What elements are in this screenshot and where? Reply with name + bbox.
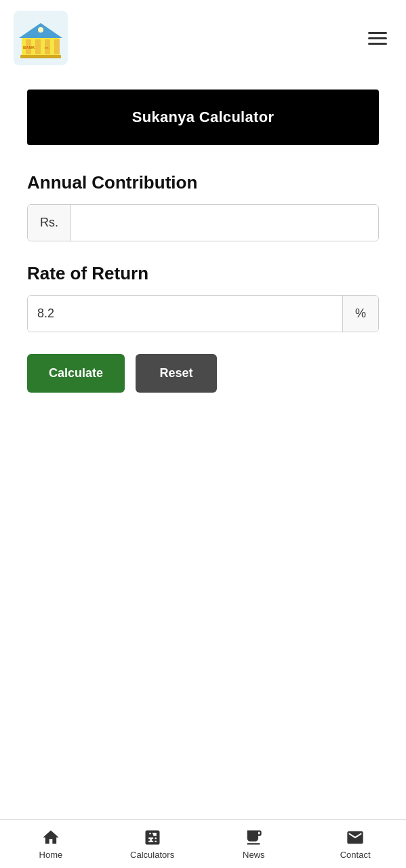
rate-of-return-input[interactable] xyxy=(28,296,342,332)
bottom-nav: Home Calculators News Contact xyxy=(0,819,406,868)
calculate-button[interactable]: Calculate xyxy=(27,354,125,393)
logo-container: BANK en xyxy=(14,11,68,65)
nav-item-home[interactable]: Home xyxy=(0,820,102,868)
percent-suffix: % xyxy=(342,296,378,332)
nav-item-contact[interactable]: Contact xyxy=(304,820,406,868)
nav-item-calculators[interactable]: Calculators xyxy=(102,820,203,868)
annual-contribution-label: Annual Contribution xyxy=(27,172,379,193)
annual-contribution-input-group: Rs. xyxy=(27,204,379,241)
svg-text:BANK: BANK xyxy=(23,45,35,50)
main-content: Annual Contribution Rs. Rate of Return %… xyxy=(0,159,406,406)
nav-item-news[interactable]: News xyxy=(203,820,305,868)
currency-prefix: Rs. xyxy=(28,205,71,241)
nav-news-label: News xyxy=(243,850,265,860)
svg-rect-4 xyxy=(35,39,41,54)
rate-of-return-section: Rate of Return % xyxy=(27,263,379,332)
header: BANK en xyxy=(0,0,406,76)
hamburger-line-1 xyxy=(368,32,387,34)
reset-button[interactable]: Reset xyxy=(136,354,217,393)
news-icon xyxy=(244,828,263,847)
annual-contribution-input[interactable] xyxy=(71,205,378,241)
svg-text:en: en xyxy=(45,45,49,50)
banner-title: Sukanya Calculator xyxy=(41,108,365,126)
button-row: Calculate Reset xyxy=(27,354,379,393)
rate-of-return-input-group: % xyxy=(27,295,379,332)
hamburger-line-2 xyxy=(368,37,387,39)
bank-logo: BANK en xyxy=(14,11,68,65)
calculators-icon xyxy=(143,828,162,847)
annual-contribution-section: Annual Contribution Rs. xyxy=(27,172,379,241)
svg-rect-6 xyxy=(54,39,60,54)
svg-point-8 xyxy=(38,27,43,33)
rate-of-return-label: Rate of Return xyxy=(27,263,379,284)
hamburger-button[interactable] xyxy=(363,26,392,50)
nav-contact-label: Contact xyxy=(340,850,371,860)
contact-icon xyxy=(346,828,365,847)
svg-rect-7 xyxy=(20,55,61,58)
home-icon xyxy=(41,828,60,847)
nav-home-label: Home xyxy=(39,850,63,860)
page-banner: Sukanya Calculator xyxy=(27,90,379,145)
hamburger-line-3 xyxy=(368,43,387,45)
nav-calculators-label: Calculators xyxy=(130,850,174,860)
